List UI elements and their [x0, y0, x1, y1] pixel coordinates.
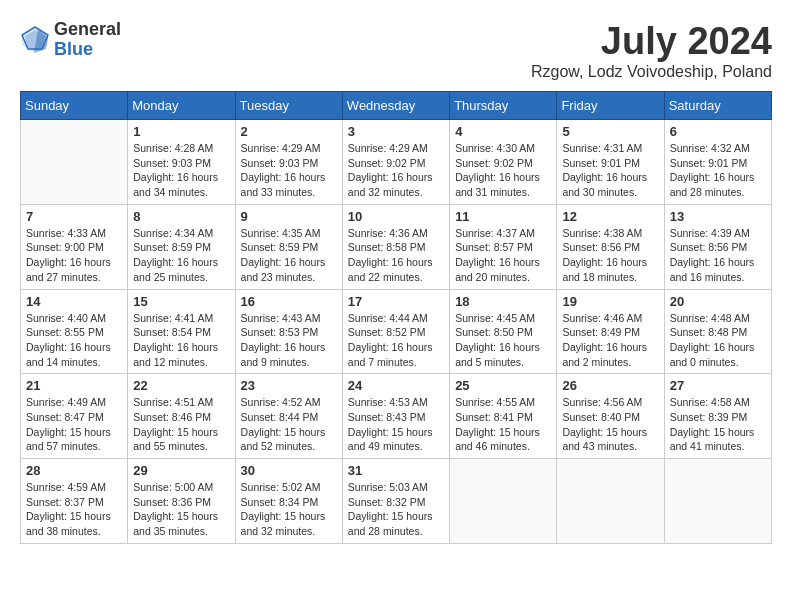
calendar-day-cell: 17Sunrise: 4:44 AM Sunset: 8:52 PM Dayli…: [342, 289, 449, 374]
day-info: Sunrise: 4:45 AM Sunset: 8:50 PM Dayligh…: [455, 311, 551, 370]
day-info: Sunrise: 4:35 AM Sunset: 8:59 PM Dayligh…: [241, 226, 337, 285]
calendar-day-cell: 1Sunrise: 4:28 AM Sunset: 9:03 PM Daylig…: [128, 120, 235, 205]
day-info: Sunrise: 4:49 AM Sunset: 8:47 PM Dayligh…: [26, 395, 122, 454]
calendar-week-row: 14Sunrise: 4:40 AM Sunset: 8:55 PM Dayli…: [21, 289, 772, 374]
day-info: Sunrise: 4:53 AM Sunset: 8:43 PM Dayligh…: [348, 395, 444, 454]
day-info: Sunrise: 4:44 AM Sunset: 8:52 PM Dayligh…: [348, 311, 444, 370]
calendar-day-cell: 21Sunrise: 4:49 AM Sunset: 8:47 PM Dayli…: [21, 374, 128, 459]
day-number: 8: [133, 209, 229, 224]
day-number: 26: [562, 378, 658, 393]
day-info: Sunrise: 4:29 AM Sunset: 9:02 PM Dayligh…: [348, 141, 444, 200]
calendar-week-row: 21Sunrise: 4:49 AM Sunset: 8:47 PM Dayli…: [21, 374, 772, 459]
calendar-header-cell: Saturday: [664, 92, 771, 120]
calendar-day-cell: 6Sunrise: 4:32 AM Sunset: 9:01 PM Daylig…: [664, 120, 771, 205]
day-info: Sunrise: 4:31 AM Sunset: 9:01 PM Dayligh…: [562, 141, 658, 200]
calendar-day-cell: 18Sunrise: 4:45 AM Sunset: 8:50 PM Dayli…: [450, 289, 557, 374]
day-number: 22: [133, 378, 229, 393]
day-info: Sunrise: 4:34 AM Sunset: 8:59 PM Dayligh…: [133, 226, 229, 285]
day-number: 13: [670, 209, 766, 224]
day-number: 1: [133, 124, 229, 139]
month-title: July 2024: [531, 20, 772, 63]
calendar-day-cell: 20Sunrise: 4:48 AM Sunset: 8:48 PM Dayli…: [664, 289, 771, 374]
calendar-week-row: 28Sunrise: 4:59 AM Sunset: 8:37 PM Dayli…: [21, 459, 772, 544]
calendar-day-cell: [450, 459, 557, 544]
calendar-day-cell: 11Sunrise: 4:37 AM Sunset: 8:57 PM Dayli…: [450, 204, 557, 289]
calendar-table: SundayMondayTuesdayWednesdayThursdayFrid…: [20, 91, 772, 544]
day-info: Sunrise: 4:33 AM Sunset: 9:00 PM Dayligh…: [26, 226, 122, 285]
calendar-day-cell: 15Sunrise: 4:41 AM Sunset: 8:54 PM Dayli…: [128, 289, 235, 374]
calendar-day-cell: 30Sunrise: 5:02 AM Sunset: 8:34 PM Dayli…: [235, 459, 342, 544]
calendar-day-cell: [664, 459, 771, 544]
calendar-header-cell: Wednesday: [342, 92, 449, 120]
calendar-day-cell: 8Sunrise: 4:34 AM Sunset: 8:59 PM Daylig…: [128, 204, 235, 289]
day-number: 28: [26, 463, 122, 478]
day-info: Sunrise: 4:29 AM Sunset: 9:03 PM Dayligh…: [241, 141, 337, 200]
day-number: 4: [455, 124, 551, 139]
calendar-body: 1Sunrise: 4:28 AM Sunset: 9:03 PM Daylig…: [21, 120, 772, 544]
calendar-day-cell: 26Sunrise: 4:56 AM Sunset: 8:40 PM Dayli…: [557, 374, 664, 459]
calendar-header-row: SundayMondayTuesdayWednesdayThursdayFrid…: [21, 92, 772, 120]
calendar-header-cell: Friday: [557, 92, 664, 120]
day-info: Sunrise: 4:55 AM Sunset: 8:41 PM Dayligh…: [455, 395, 551, 454]
calendar-header: SundayMondayTuesdayWednesdayThursdayFrid…: [21, 92, 772, 120]
day-number: 31: [348, 463, 444, 478]
day-info: Sunrise: 4:43 AM Sunset: 8:53 PM Dayligh…: [241, 311, 337, 370]
day-info: Sunrise: 5:03 AM Sunset: 8:32 PM Dayligh…: [348, 480, 444, 539]
calendar-day-cell: 31Sunrise: 5:03 AM Sunset: 8:32 PM Dayli…: [342, 459, 449, 544]
calendar-day-cell: 14Sunrise: 4:40 AM Sunset: 8:55 PM Dayli…: [21, 289, 128, 374]
day-number: 24: [348, 378, 444, 393]
day-info: Sunrise: 4:37 AM Sunset: 8:57 PM Dayligh…: [455, 226, 551, 285]
calendar-day-cell: [21, 120, 128, 205]
calendar-header-cell: Tuesday: [235, 92, 342, 120]
day-number: 20: [670, 294, 766, 309]
calendar-day-cell: 5Sunrise: 4:31 AM Sunset: 9:01 PM Daylig…: [557, 120, 664, 205]
day-number: 21: [26, 378, 122, 393]
calendar-day-cell: 23Sunrise: 4:52 AM Sunset: 8:44 PM Dayli…: [235, 374, 342, 459]
day-number: 5: [562, 124, 658, 139]
day-number: 19: [562, 294, 658, 309]
day-number: 15: [133, 294, 229, 309]
calendar-day-cell: 12Sunrise: 4:38 AM Sunset: 8:56 PM Dayli…: [557, 204, 664, 289]
day-info: Sunrise: 5:02 AM Sunset: 8:34 PM Dayligh…: [241, 480, 337, 539]
day-info: Sunrise: 4:38 AM Sunset: 8:56 PM Dayligh…: [562, 226, 658, 285]
day-info: Sunrise: 4:32 AM Sunset: 9:01 PM Dayligh…: [670, 141, 766, 200]
day-number: 11: [455, 209, 551, 224]
logo-blue: Blue: [54, 40, 121, 60]
calendar-day-cell: 4Sunrise: 4:30 AM Sunset: 9:02 PM Daylig…: [450, 120, 557, 205]
day-number: 16: [241, 294, 337, 309]
day-number: 14: [26, 294, 122, 309]
logo-icon: [20, 25, 50, 55]
calendar-day-cell: 10Sunrise: 4:36 AM Sunset: 8:58 PM Dayli…: [342, 204, 449, 289]
header: General Blue July 2024 Rzgow, Lodz Voivo…: [20, 20, 772, 81]
day-number: 25: [455, 378, 551, 393]
calendar-day-cell: 28Sunrise: 4:59 AM Sunset: 8:37 PM Dayli…: [21, 459, 128, 544]
day-info: Sunrise: 4:46 AM Sunset: 8:49 PM Dayligh…: [562, 311, 658, 370]
day-number: 27: [670, 378, 766, 393]
calendar-day-cell: 13Sunrise: 4:39 AM Sunset: 8:56 PM Dayli…: [664, 204, 771, 289]
calendar-day-cell: [557, 459, 664, 544]
day-number: 7: [26, 209, 122, 224]
calendar-day-cell: 24Sunrise: 4:53 AM Sunset: 8:43 PM Dayli…: [342, 374, 449, 459]
calendar-week-row: 7Sunrise: 4:33 AM Sunset: 9:00 PM Daylig…: [21, 204, 772, 289]
day-number: 17: [348, 294, 444, 309]
logo-general: General: [54, 20, 121, 40]
day-info: Sunrise: 4:51 AM Sunset: 8:46 PM Dayligh…: [133, 395, 229, 454]
day-number: 23: [241, 378, 337, 393]
calendar-header-cell: Monday: [128, 92, 235, 120]
day-number: 12: [562, 209, 658, 224]
title-area: July 2024 Rzgow, Lodz Voivodeship, Polan…: [531, 20, 772, 81]
location-title: Rzgow, Lodz Voivodeship, Poland: [531, 63, 772, 81]
day-number: 29: [133, 463, 229, 478]
day-number: 6: [670, 124, 766, 139]
calendar-week-row: 1Sunrise: 4:28 AM Sunset: 9:03 PM Daylig…: [21, 120, 772, 205]
day-number: 3: [348, 124, 444, 139]
calendar-day-cell: 2Sunrise: 4:29 AM Sunset: 9:03 PM Daylig…: [235, 120, 342, 205]
calendar-header-cell: Sunday: [21, 92, 128, 120]
calendar-day-cell: 7Sunrise: 4:33 AM Sunset: 9:00 PM Daylig…: [21, 204, 128, 289]
calendar-day-cell: 29Sunrise: 5:00 AM Sunset: 8:36 PM Dayli…: [128, 459, 235, 544]
calendar-day-cell: 16Sunrise: 4:43 AM Sunset: 8:53 PM Dayli…: [235, 289, 342, 374]
day-number: 2: [241, 124, 337, 139]
calendar-day-cell: 27Sunrise: 4:58 AM Sunset: 8:39 PM Dayli…: [664, 374, 771, 459]
day-number: 18: [455, 294, 551, 309]
day-info: Sunrise: 4:36 AM Sunset: 8:58 PM Dayligh…: [348, 226, 444, 285]
